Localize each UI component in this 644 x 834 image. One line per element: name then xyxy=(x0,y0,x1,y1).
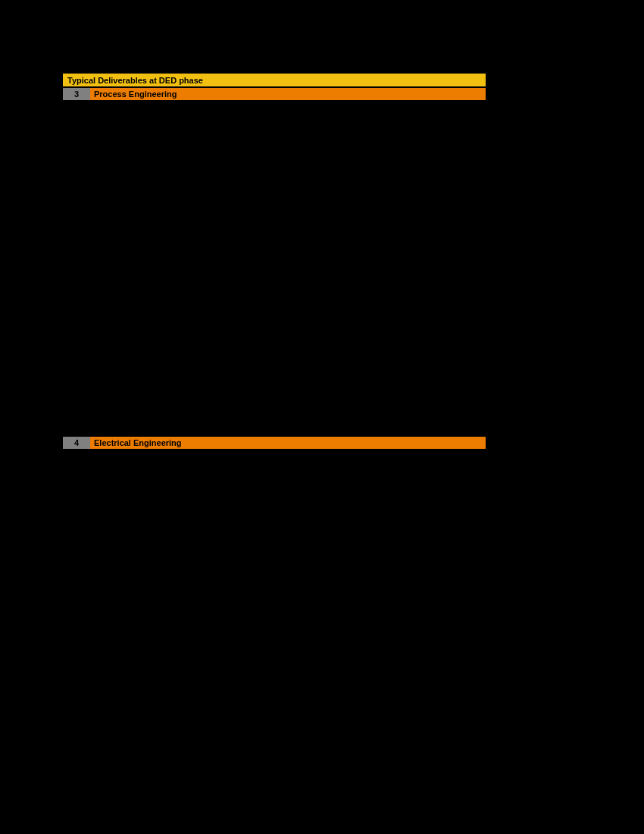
section-row-electrical: 4 Electrical Engineering xyxy=(63,437,486,449)
section-title: Process Engineering xyxy=(90,88,486,100)
section-gap xyxy=(63,100,486,437)
document-content: Typical Deliverables at DED phase 3 Proc… xyxy=(63,74,486,449)
section-number: 3 xyxy=(63,88,90,100)
document-title: Typical Deliverables at DED phase xyxy=(67,76,203,85)
section-title: Electrical Engineering xyxy=(90,437,486,449)
section-row-process: 3 Process Engineering xyxy=(63,88,486,100)
document-title-bar: Typical Deliverables at DED phase xyxy=(63,74,486,86)
section-number: 4 xyxy=(63,437,90,449)
